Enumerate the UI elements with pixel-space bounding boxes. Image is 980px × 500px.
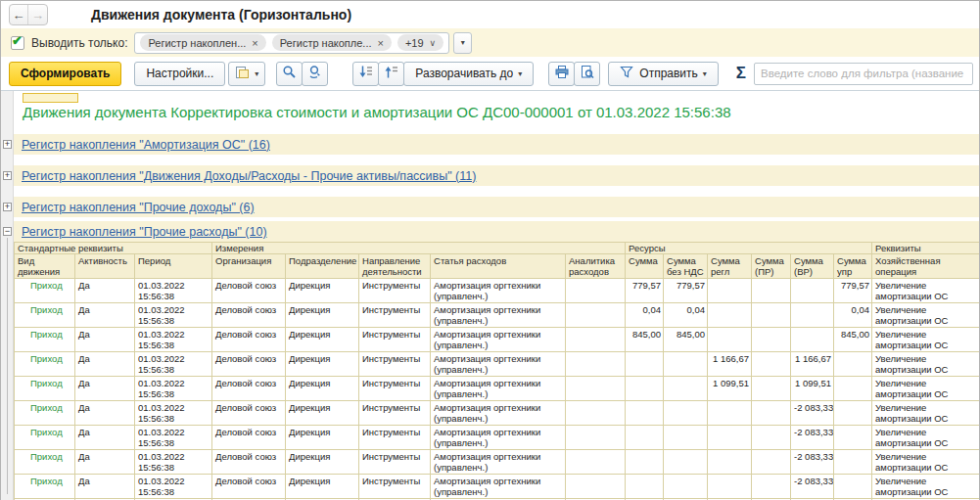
table-cell[interactable] [708,450,752,475]
table-cell[interactable]: Приход [15,303,75,328]
table-cell[interactable] [708,475,752,499]
table-cell[interactable]: Инструменты [359,303,431,328]
quick-filter-input[interactable] [754,63,973,85]
table-cell[interactable]: Дирекция [286,475,359,499]
table-cell[interactable]: Увеличение амортизации ОС [872,377,979,401]
table-cell[interactable] [566,377,626,401]
table-cell[interactable] [834,475,872,499]
table-cell[interactable]: Дирекция [286,352,359,377]
register-link[interactable]: Регистр накопления "Движения Доходы/Расх… [22,169,476,183]
table-cell[interactable] [834,377,872,401]
table-cell[interactable] [566,426,626,450]
close-icon[interactable]: × [378,37,384,49]
sum-sigma-icon[interactable]: Σ [736,64,746,83]
table-cell[interactable] [566,450,626,475]
table-cell[interactable]: 01.03.2022 15:56:38 [135,426,212,450]
table-cell[interactable]: Деловой союз [212,377,286,401]
table-cell[interactable]: Амортизация оргтехники (управленч.) [431,352,566,377]
expand-register-button[interactable]: + [3,171,12,180]
table-cell[interactable] [834,401,872,426]
register-tags-field[interactable]: Регистр накоплен...×Регистр накопле...×+… [134,32,449,54]
table-cell[interactable] [664,352,708,377]
table-cell[interactable]: Амортизация оргтехники (управленч.) [431,377,566,401]
table-cell[interactable] [752,426,791,450]
selected-cell-marker[interactable] [23,93,78,103]
table-cell[interactable]: Увеличение амортизации ОС [872,279,979,303]
table-cell[interactable]: Да [75,450,135,475]
table-cell[interactable]: 1 099,51 [708,377,752,401]
table-cell[interactable]: Увеличение амортизации ОС [872,450,979,475]
print-button[interactable] [548,62,575,86]
table-cell[interactable]: Приход [15,352,75,377]
table-cell[interactable] [626,352,664,377]
table-cell[interactable]: Инструменты [359,426,431,450]
table-cell[interactable] [566,303,626,328]
table-cell[interactable]: Амортизация оргтехники (управленч.) [431,475,566,499]
register-tag[interactable]: Регистр накоплен...× [140,34,265,51]
table-cell[interactable] [752,279,791,303]
table-cell[interactable]: 01.03.2022 15:56:38 [135,279,212,303]
table-cell[interactable]: 01.03.2022 15:56:38 [135,377,212,401]
table-cell[interactable]: Приход [15,450,75,475]
table-cell[interactable] [834,450,872,475]
table-cell[interactable] [708,303,752,328]
table-cell[interactable]: 01.03.2022 15:56:38 [135,450,212,475]
generate-button[interactable]: Сформировать [9,62,121,86]
table-cell[interactable]: Амортизация оргтехники (управленч.) [431,279,566,303]
table-cell[interactable]: Приход [15,426,75,450]
table-cell[interactable]: 1 166,67 [708,352,752,377]
table-cell[interactable]: Да [75,303,135,328]
expand-register-button[interactable]: + [3,203,12,211]
table-cell[interactable]: Деловой союз [212,450,286,475]
table-cell[interactable]: 01.03.2022 15:56:38 [135,475,212,499]
more-tags-tag[interactable]: +19∨ [397,34,443,51]
table-cell[interactable] [566,352,626,377]
print-preview-button[interactable] [574,62,600,86]
table-cell[interactable]: Дирекция [286,279,359,303]
table-cell[interactable] [566,475,626,499]
table-cell[interactable]: Дирекция [286,450,359,475]
table-cell[interactable]: Да [75,328,135,352]
report-variants-button[interactable]: ▾ [228,62,265,86]
table-cell[interactable] [791,328,834,352]
show-only-checkbox[interactable]: ✔ [11,36,24,50]
table-cell[interactable]: 01.03.2022 15:56:38 [135,303,212,328]
table-cell[interactable]: Да [75,475,135,499]
table-cell[interactable] [626,450,664,475]
table-cell[interactable]: Инструменты [359,352,431,377]
table-cell[interactable]: Увеличение амортизации ОС [872,303,979,328]
table-cell[interactable]: Деловой союз [212,426,286,450]
table-cell[interactable]: Деловой союз [212,475,286,499]
table-cell[interactable]: Увеличение амортизации ОС [872,328,979,352]
table-cell[interactable]: Инструменты [359,475,431,499]
search-button[interactable] [276,62,303,86]
table-cell[interactable]: Да [75,426,135,450]
table-cell[interactable]: Приход [15,377,75,401]
table-cell[interactable] [791,303,834,328]
register-list-dropdown-button[interactable]: ▾ [453,32,472,54]
table-cell[interactable]: 845,00 [664,328,708,352]
table-cell[interactable]: Приход [15,475,75,499]
table-cell[interactable]: 1 099,51 [791,377,834,401]
back-button[interactable]: ← [10,5,28,24]
table-cell[interactable]: 0,04 [834,303,872,328]
table-cell[interactable]: 01.03.2022 15:56:38 [135,352,212,377]
table-cell[interactable]: 1 166,67 [791,352,834,377]
table-cell[interactable] [708,401,752,426]
table-cell[interactable]: Увеличение амортизации ОС [872,475,979,499]
table-cell[interactable] [791,279,834,303]
table-cell[interactable]: Увеличение амортизации ОС [872,352,979,377]
table-cell[interactable]: Инструменты [359,401,431,426]
table-cell[interactable] [664,426,708,450]
table-cell[interactable]: Амортизация оргтехники (управленч.) [431,328,566,352]
table-cell[interactable] [626,426,664,450]
table-cell[interactable]: Инструменты [359,377,431,401]
table-cell[interactable]: 779,57 [834,279,872,303]
table-cell[interactable]: Да [75,377,135,401]
table-cell[interactable]: Приход [15,279,75,303]
forward-button[interactable]: → [28,5,47,24]
table-cell[interactable] [752,401,791,426]
table-cell[interactable]: Амортизация оргтехники (управленч.) [431,450,566,475]
register-link[interactable]: Регистр накопления "Прочие доходы" (6) [22,201,255,214]
table-cell[interactable] [626,475,664,499]
